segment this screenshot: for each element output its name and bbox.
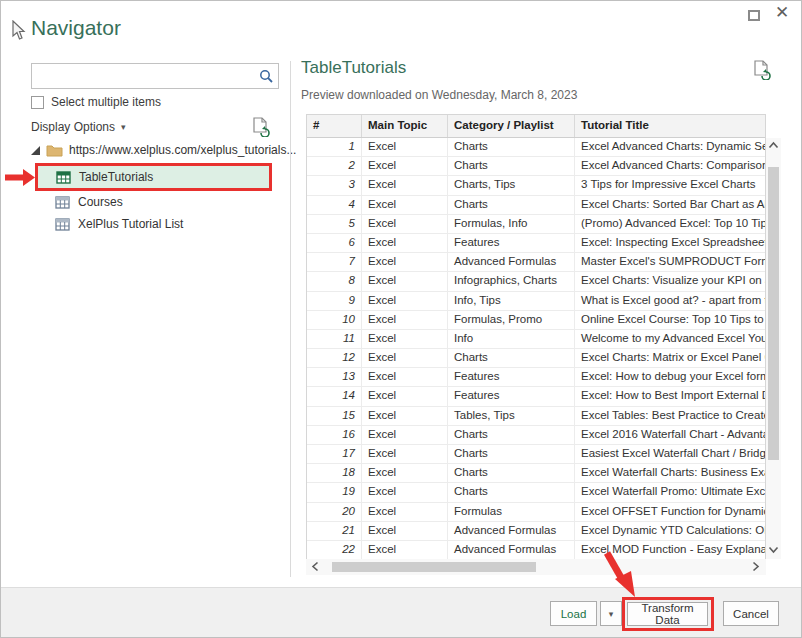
table-cell: Excel [362, 407, 448, 425]
load-dropdown-button[interactable]: ▾ [600, 601, 622, 626]
table-cell: Excel 2016 Waterfall Chart - Advantages [575, 426, 765, 444]
table-cell: 6 [307, 234, 362, 252]
table-cell: Infographics, Charts [448, 272, 575, 290]
table-cell: Charts, Tips [448, 176, 575, 194]
search-box[interactable] [31, 63, 279, 89]
table-row: 12ExcelChartsExcel Charts: Matrix or Exc… [307, 349, 765, 368]
dialog-title: Navigator [31, 16, 121, 40]
tree-expand-icon[interactable] [31, 146, 40, 155]
table-cell: 4 [307, 196, 362, 214]
table-cell: 21 [307, 522, 362, 540]
preview-table: # Main Topic Category / Playlist Tutoria… [306, 114, 766, 560]
refresh-preview-icon[interactable] [252, 117, 270, 137]
table-cell: 9 [307, 292, 362, 310]
table-cell: 8 [307, 272, 362, 290]
annotation-box-selected-item: TableTutorials [35, 163, 272, 191]
table-cell: 5 [307, 215, 362, 233]
table-cell: 22 [307, 541, 362, 559]
vertical-scrollbar[interactable] [766, 138, 781, 559]
scroll-right-icon[interactable] [749, 560, 762, 573]
preview-table-body: 1ExcelChartsExcel Advanced Charts: Dynam… [307, 138, 765, 560]
table-cell: Excel [362, 349, 448, 367]
table-cell: Charts [448, 483, 575, 501]
scroll-down-icon[interactable] [767, 543, 780, 556]
table-cell: Charts [448, 157, 575, 175]
table-cell: Excel [362, 464, 448, 482]
vertical-scrollbar-thumb[interactable] [768, 167, 779, 460]
scroll-up-icon[interactable] [767, 139, 780, 152]
select-multiple-checkbox[interactable] [31, 96, 44, 109]
table-cell: Excel: Inspecting Excel Spreadsheets for… [575, 234, 765, 252]
table-cell: Formulas [448, 503, 575, 521]
chevron-down-icon: ▾ [609, 609, 614, 619]
table-cell: Excel: How to Best Import External Data … [575, 387, 765, 405]
table-cell: Excel [362, 503, 448, 521]
horizontal-scrollbar-thumb[interactable] [332, 562, 536, 572]
table-cell: Excel [362, 368, 448, 386]
table-cell: 3 [307, 176, 362, 194]
table-cell: Excel [362, 253, 448, 271]
table-cell: 1 [307, 138, 362, 156]
table-row: 10ExcelFormulas, PromoOnline Excel Cours… [307, 311, 765, 330]
select-multiple-row[interactable]: Select multiple items [31, 95, 161, 109]
table-cell: Advanced Formulas [448, 522, 575, 540]
load-button[interactable]: Load [550, 601, 597, 626]
column-header: # [307, 115, 362, 137]
column-header: Category / Playlist [448, 115, 575, 137]
maximize-button[interactable] [748, 10, 760, 21]
table-cell: 2 [307, 157, 362, 175]
tree-item-tabletutorials[interactable]: TableTutorials [38, 166, 269, 188]
table-cell: Excel [362, 330, 448, 348]
tree-item-xelplus-tutorial-list[interactable]: XelPlus Tutorial List [55, 217, 183, 231]
table-cell: Excel [362, 157, 448, 175]
table-cell: Formulas, Info [448, 215, 575, 233]
annotation-arrow-transform-data [595, 551, 645, 601]
select-multiple-label: Select multiple items [51, 95, 161, 109]
table-cell: 12 [307, 349, 362, 367]
tree-root-source[interactable]: https://www.xelplus.com/xelplus_tutorial… [31, 143, 296, 157]
close-button[interactable]: ✕ [775, 2, 789, 24]
scroll-left-icon[interactable] [309, 560, 322, 573]
table-cell: (Promo) Advanced Excel: Top 10 Tips & F [575, 215, 765, 233]
search-icon[interactable] [254, 69, 278, 84]
table-row: 6ExcelFeaturesExcel: Inspecting Excel Sp… [307, 234, 765, 253]
search-input[interactable] [32, 64, 254, 88]
table-cell: Excel [362, 234, 448, 252]
table-row: 2ExcelChartsExcel Advanced Charts: Compa… [307, 157, 765, 176]
display-options-dropdown[interactable]: Display Options ▾ [31, 120, 126, 134]
table-row: 19ExcelChartsExcel Waterfall Promo: Ulti… [307, 483, 765, 502]
table-cell: 13 [307, 368, 362, 386]
transform-data-button[interactable]: Transform Data [627, 602, 708, 626]
table-cell: Charts [448, 196, 575, 214]
table-cell: Charts [448, 426, 575, 444]
cancel-button[interactable]: Cancel [723, 601, 779, 626]
table-cell: Advanced Formulas [448, 253, 575, 271]
display-options-label: Display Options [31, 120, 115, 134]
navigator-dialog: ✕ Navigator Select multiple items Displa… [0, 0, 802, 638]
table-cell: 20 [307, 503, 362, 521]
column-header: Tutorial Title [575, 115, 765, 137]
table-cell: Excel [362, 483, 448, 501]
annotation-arrow-selected-item [5, 169, 36, 186]
table-row: 1ExcelChartsExcel Advanced Charts: Dynam… [307, 138, 765, 157]
table-cell: Excel OFFSET Function for Dynamic Calcu [575, 503, 765, 521]
horizontal-scrollbar[interactable] [306, 559, 766, 575]
table-row: 17ExcelChartsEasiest Excel Waterfall Cha… [307, 445, 765, 464]
table-cell: Excel [362, 426, 448, 444]
table-cell: Excel Dynamic YTD Calculations: OFFSET, [575, 522, 765, 540]
tree-item-courses[interactable]: Courses [55, 195, 123, 209]
chevron-down-icon: ▾ [121, 122, 126, 132]
table-cell: Charts [448, 349, 575, 367]
table-cell: Excel [362, 215, 448, 233]
table-cell: 11 [307, 330, 362, 348]
refresh-preview-icon[interactable] [753, 60, 771, 80]
table-cell: Excel Charts: Visualize your KPI on a ma… [575, 272, 765, 290]
table-cell: Features [448, 387, 575, 405]
table-cell: Excel [362, 196, 448, 214]
table-header-row: # Main Topic Category / Playlist Tutoria… [307, 115, 765, 138]
table-cell: Formulas, Promo [448, 311, 575, 329]
table-cell: 17 [307, 445, 362, 463]
table-cell: 7 [307, 253, 362, 271]
tree-root-label: https://www.xelplus.com/xelplus_tutorial… [69, 143, 296, 157]
table-cell: Excel Advanced Charts: Dynamic Series La [575, 138, 765, 156]
